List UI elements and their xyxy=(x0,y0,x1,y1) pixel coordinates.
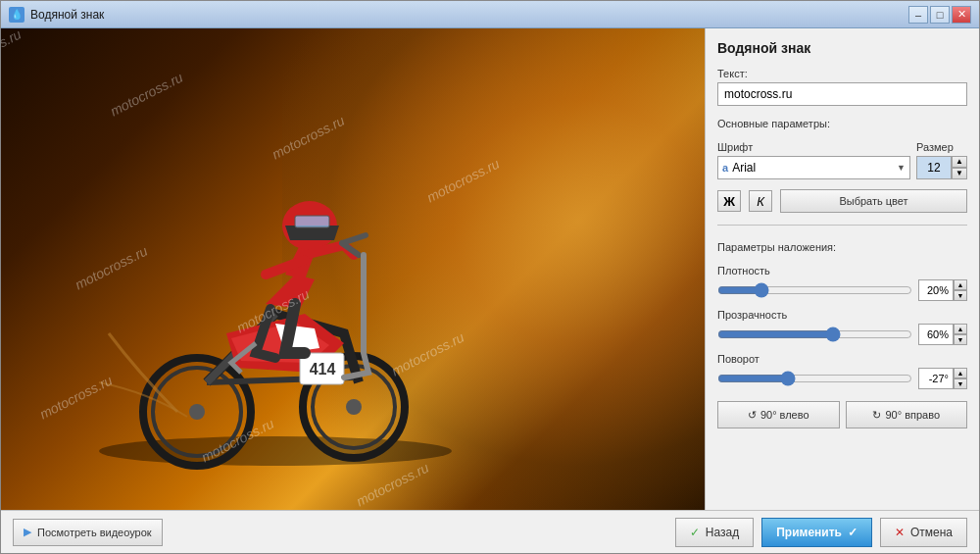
size-col: Размер ▲ ▼ xyxy=(916,141,967,179)
rotate-right-icon: ↻ xyxy=(872,409,881,422)
cancel-button[interactable]: ✕ Отмена xyxy=(880,518,967,547)
back-button[interactable]: ✓ Назад xyxy=(675,518,754,547)
font-col: Шрифт a Arial ▼ xyxy=(717,141,910,179)
basic-params-label: Основные параметры: xyxy=(717,118,967,129)
rotate-buttons-row: ↺ 90° влево ↻ 90° вправо xyxy=(717,401,967,428)
transparency-down-button[interactable]: ▼ xyxy=(954,334,967,345)
rotation-down-button[interactable]: ▼ xyxy=(954,378,967,389)
watermark-text-input[interactable] xyxy=(717,82,967,106)
apply-icon: ✓ xyxy=(848,526,858,539)
font-row: Шрифт a Arial ▼ Размер ▲ ▼ xyxy=(717,141,967,179)
transparency-up-button[interactable]: ▲ xyxy=(954,324,967,334)
size-label: Размер xyxy=(916,141,967,153)
transparency-slider[interactable] xyxy=(717,326,912,343)
controls-panel: Водяной знак Текст: Основные параметры: … xyxy=(705,28,979,510)
rotation-group: Поворот ▲ ▼ xyxy=(717,353,967,389)
size-up-button[interactable]: ▲ xyxy=(952,156,967,168)
text-label: Текст: xyxy=(717,68,967,79)
transparency-spinner: ▲ ▼ xyxy=(954,324,967,345)
title-bar: 💧 Водяной знак – □ ✕ xyxy=(1,1,979,28)
window-title: Водяной знак xyxy=(30,8,908,22)
watermark-text: motocross.ru xyxy=(389,329,466,379)
size-down-button[interactable]: ▼ xyxy=(952,168,967,179)
color-picker-button[interactable]: Выбрать цвет xyxy=(780,189,967,213)
watermark-text: motocross.ru xyxy=(107,69,184,119)
font-name: Arial xyxy=(732,161,893,175)
rotate-right-button[interactable]: ↻ 90° вправо xyxy=(846,401,968,428)
watermark-text: motocross.ru xyxy=(73,242,150,292)
size-input[interactable] xyxy=(916,156,952,179)
title-buttons: – □ ✕ xyxy=(908,6,971,24)
divider-1 xyxy=(717,225,967,226)
transparency-value-wrap: ▲ ▼ xyxy=(918,324,967,345)
density-group: Плотность ▲ ▼ xyxy=(717,265,967,301)
cancel-icon: ✕ xyxy=(895,526,905,539)
watermark-text: motocross.ru xyxy=(199,416,276,466)
main-window: 💧 Водяной знак – □ ✕ xyxy=(0,0,980,554)
text-field-group: Текст: xyxy=(717,68,967,106)
rotate-left-icon: ↺ xyxy=(748,409,757,422)
close-button[interactable]: ✕ xyxy=(952,6,971,24)
watermark-text: motocross.ru xyxy=(37,373,115,423)
watermark-text: motocross.ru xyxy=(270,113,347,163)
size-spinner: ▲ ▼ xyxy=(952,156,967,179)
bottom-bar: ▶ Посмотреть видеоурок ✓ Назад Применить… xyxy=(1,510,979,553)
density-value-wrap: ▲ ▼ xyxy=(918,279,967,301)
window-icon: 💧 xyxy=(9,7,24,23)
main-content: 414 xyxy=(1,28,979,510)
watermark-overlay: motocross.ru motocross.ru motocross.ru m… xyxy=(1,28,705,510)
rotation-slider-row: ▲ ▼ xyxy=(717,368,967,389)
density-down-button[interactable]: ▼ xyxy=(954,290,967,301)
transparency-slider-row: ▲ ▼ xyxy=(717,324,967,345)
back-icon: ✓ xyxy=(690,526,700,539)
font-dropdown-arrow: ▼ xyxy=(897,163,906,173)
transparency-value-input[interactable] xyxy=(918,324,954,345)
style-row: Ж К Выбрать цвет xyxy=(717,189,967,213)
rotation-value-input[interactable] xyxy=(918,368,954,389)
bold-button[interactable]: Ж xyxy=(717,190,741,212)
maximize-button[interactable]: □ xyxy=(930,6,950,24)
minimize-button[interactable]: – xyxy=(908,6,928,24)
watermark-text: motocross.ru xyxy=(1,28,24,76)
transparency-group: Прозрачность ▲ ▼ xyxy=(717,309,967,345)
rotation-value-wrap: ▲ ▼ xyxy=(918,368,967,389)
transparency-label: Прозрачность xyxy=(717,309,967,321)
italic-button[interactable]: К xyxy=(749,190,772,212)
font-type-icon: a xyxy=(722,162,728,174)
video-tutorial-button[interactable]: ▶ Посмотреть видеоурок xyxy=(13,519,163,546)
density-slider-row: ▲ ▼ xyxy=(717,279,967,301)
image-preview: 414 xyxy=(1,28,705,510)
panel-title: Водяной знак xyxy=(717,40,967,56)
rotation-slider[interactable] xyxy=(717,370,912,387)
rotation-spinner: ▲ ▼ xyxy=(954,368,967,389)
watermark-text: motocross.ru xyxy=(424,156,502,206)
font-select-wrapper[interactable]: a Arial ▼ xyxy=(717,156,910,179)
bottom-right-buttons: ✓ Назад Применить ✓ ✕ Отмена xyxy=(675,518,967,547)
density-slider[interactable] xyxy=(717,281,912,299)
font-label: Шрифт xyxy=(717,141,910,153)
apply-button[interactable]: Применить ✓ xyxy=(761,518,872,547)
density-value-input[interactable] xyxy=(918,279,954,301)
density-up-button[interactable]: ▲ xyxy=(954,279,967,290)
watermark-text: motocross.ru xyxy=(234,285,312,335)
rotation-label: Поворот xyxy=(717,353,967,365)
image-panel: 414 xyxy=(1,28,705,510)
rotation-up-button[interactable]: ▲ xyxy=(954,368,967,378)
density-spinner: ▲ ▼ xyxy=(954,279,967,301)
rotate-left-button[interactable]: ↺ 90° влево xyxy=(717,401,840,428)
density-label: Плотность xyxy=(717,265,967,277)
play-icon: ▶ xyxy=(24,526,31,538)
watermark-text: motocross.ru xyxy=(354,459,431,509)
overlay-label: Параметры наложения: xyxy=(717,241,967,253)
